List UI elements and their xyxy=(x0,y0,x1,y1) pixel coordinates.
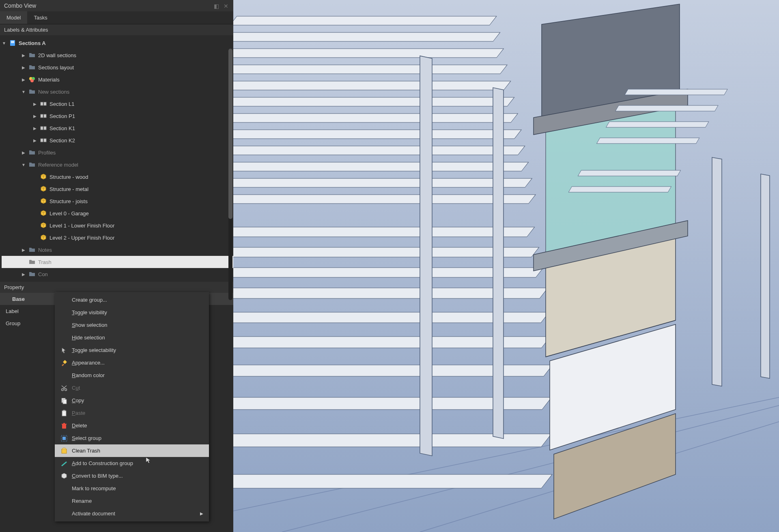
context-menu-item[interactable]: Random color xyxy=(55,369,209,382)
context-menu-label: Copy xyxy=(72,397,84,403)
expand-arrow-icon[interactable]: ▶ xyxy=(32,102,37,106)
tree-item[interactable]: ▶Section K2 xyxy=(2,134,233,146)
svg-rect-43 xyxy=(597,138,699,144)
tree-item[interactable]: ▶2D wall sections xyxy=(2,49,233,61)
context-menu-label: Toggle visibility xyxy=(72,309,107,315)
tree-item[interactable]: ▶Section P1 xyxy=(2,110,233,122)
expand-arrow-icon[interactable]: ▼ xyxy=(21,90,26,94)
tree-item[interactable]: Level 1 - Lower Finish Floor xyxy=(2,219,233,232)
svg-rect-72 xyxy=(62,449,67,453)
tree-item-label: Sections layout xyxy=(38,64,74,71)
clean-icon xyxy=(60,447,68,455)
expand-arrow-icon[interactable]: ▶ xyxy=(21,77,26,82)
3d-viewport[interactable] xyxy=(233,0,779,532)
construct-icon xyxy=(60,460,68,467)
context-menu-item[interactable]: Toggle selectability xyxy=(55,344,209,356)
expand-arrow-icon[interactable]: ▶ xyxy=(21,65,26,70)
tree-item[interactable]: ▶Profiles xyxy=(2,146,233,159)
tree-item-label: Section L1 xyxy=(49,101,74,107)
svg-rect-15 xyxy=(233,195,536,204)
panel-title: Combo View xyxy=(4,2,36,9)
expand-arrow-icon[interactable]: ▶ xyxy=(21,53,26,58)
context-menu-item[interactable]: Copy xyxy=(55,394,209,407)
svg-rect-6 xyxy=(233,49,504,58)
context-menu-label: Clean Trash xyxy=(72,448,100,454)
context-menu-item[interactable]: Select group xyxy=(55,432,209,444)
svg-rect-56 xyxy=(41,127,43,130)
close-icon[interactable]: ✕ xyxy=(224,3,229,9)
tree-item[interactable]: ▶Notes xyxy=(2,244,233,256)
tree-item[interactable]: ▶Sections layout xyxy=(2,61,233,73)
svg-rect-7 xyxy=(233,65,507,74)
tree-item[interactable]: Structure - joists xyxy=(2,195,233,207)
context-menu-item[interactable]: Show selection xyxy=(55,319,209,331)
context-menu-item[interactable]: Toggle visibility xyxy=(55,306,209,319)
blank-icon xyxy=(60,485,68,492)
tab-model[interactable]: Model xyxy=(0,11,27,24)
expand-arrow-icon[interactable]: ▶ xyxy=(21,150,26,155)
tree-item[interactable]: Structure - metal xyxy=(2,183,233,195)
tree-item[interactable]: ▶Materials xyxy=(2,73,233,86)
panel-title-bar: Combo View ◧ ✕ xyxy=(0,0,233,11)
tree-item[interactable]: ▶Con xyxy=(2,268,233,280)
blank-icon xyxy=(60,334,68,341)
svg-rect-41 xyxy=(615,105,718,111)
svg-rect-12 xyxy=(233,146,525,155)
materials-icon xyxy=(28,76,36,83)
tree-item-label: Materials xyxy=(38,77,60,83)
tree-item[interactable]: Trash xyxy=(2,256,233,268)
tree-item[interactable]: Level 0 - Garage xyxy=(2,207,233,219)
context-menu-item[interactable]: Hide selection xyxy=(55,331,209,344)
context-menu-item[interactable]: Rename xyxy=(55,495,209,507)
context-menu-label: Cut xyxy=(72,385,80,391)
trash-icon xyxy=(60,422,68,429)
expand-arrow-icon[interactable]: ▶ xyxy=(21,272,26,277)
context-menu-item[interactable]: Mark to recompute xyxy=(55,482,209,495)
context-menu-item[interactable]: Add to Construction group xyxy=(55,457,209,470)
expand-arrow-icon[interactable]: ▶ xyxy=(32,114,37,118)
tree-root[interactable]: ▼Sections A xyxy=(2,37,233,49)
tree-item[interactable]: Level 2 - Upper Finish Floor xyxy=(2,232,233,244)
model-tree[interactable]: ▼Sections A▶2D wall sections▶Sections la… xyxy=(0,35,233,282)
context-menu-label: Select group xyxy=(72,435,101,441)
tree-item[interactable]: ▶Section K1 xyxy=(2,122,233,134)
context-menu-label: Delete xyxy=(72,423,87,429)
undock-icon[interactable]: ◧ xyxy=(214,3,219,9)
context-menu-label: Convert to BIM type... xyxy=(72,473,123,479)
context-menu-item[interactable]: Clean Trash xyxy=(55,444,209,457)
brush-icon xyxy=(60,359,68,367)
context-menu-item[interactable]: Delete xyxy=(55,419,209,432)
svg-rect-26 xyxy=(420,56,432,456)
context-menu-label: Paste xyxy=(72,410,85,416)
tree-item-label: Trash xyxy=(38,259,52,265)
context-menu-label: Appearance... xyxy=(72,360,105,366)
svg-rect-57 xyxy=(44,127,46,130)
tree-item-label: Level 0 - Garage xyxy=(49,210,89,217)
mouse-cursor xyxy=(145,457,153,464)
context-menu-item: Paste xyxy=(55,407,209,419)
tree-item[interactable]: ▼Reference model xyxy=(2,159,233,171)
tree-item-label: 2D wall sections xyxy=(38,52,76,58)
expand-arrow-icon[interactable]: ▶ xyxy=(32,138,37,143)
property-header: Property xyxy=(0,282,233,293)
property-key: Base xyxy=(0,296,53,302)
context-menu-item[interactable]: Activate document▶ xyxy=(55,507,209,520)
context-menu-item[interactable]: Appearance... xyxy=(55,356,209,369)
blank-icon xyxy=(60,322,68,329)
submenu-arrow-icon: ▶ xyxy=(200,511,203,516)
property-key: Label xyxy=(0,308,53,314)
tree-item[interactable]: ▶Section L1 xyxy=(2,98,233,110)
expand-arrow-icon[interactable]: ▶ xyxy=(32,126,37,131)
tree-scrollbar[interactable] xyxy=(228,49,232,300)
expand-arrow-icon[interactable]: ▼ xyxy=(21,163,26,167)
tab-tasks[interactable]: Tasks xyxy=(27,11,54,24)
context-menu-item[interactable]: Create group... xyxy=(55,294,209,306)
tree-item[interactable]: ▼New sections xyxy=(2,86,233,98)
context-menu-item[interactable]: Convert to BIM type... xyxy=(55,470,209,482)
tree-item[interactable]: Structure - wood xyxy=(2,171,233,183)
section-icon xyxy=(40,137,47,144)
folder-icon xyxy=(28,246,36,253)
expand-arrow-icon[interactable]: ▶ xyxy=(21,248,26,252)
document-icon xyxy=(9,39,16,47)
cube-icon xyxy=(40,185,47,193)
